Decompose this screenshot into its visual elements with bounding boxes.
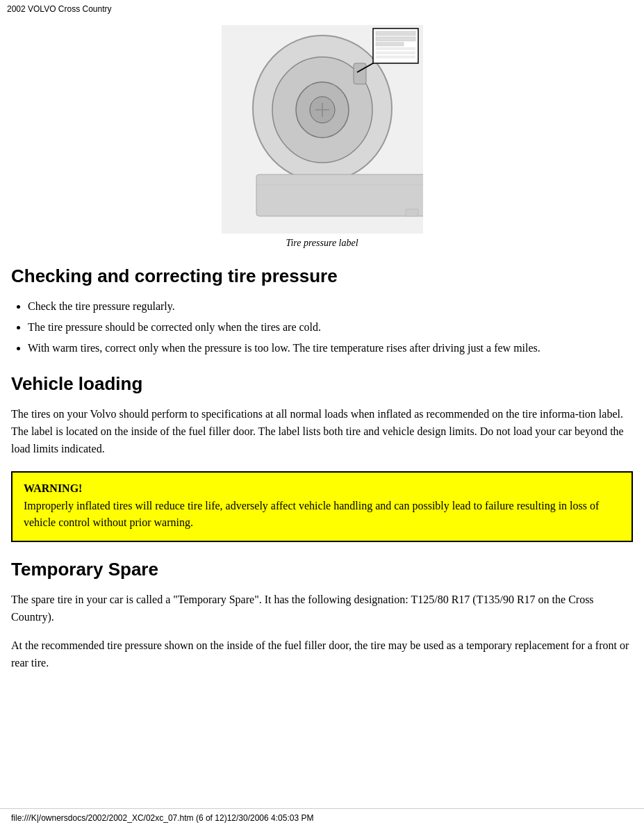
bullet-1: Check the tire pressure regularly. <box>28 298 633 315</box>
section3-body2: At the recommended tire pressure shown o… <box>11 637 633 672</box>
section1-bullets: Check the tire pressure regularly. The t… <box>28 298 633 357</box>
svg-rect-28 <box>406 209 418 216</box>
section3-body1: The spare tire in your car is called a "… <box>11 591 633 626</box>
footer-bar: file:///K|/ownersdocs/2002/2002_XC/02xc_… <box>0 808 644 827</box>
bullet-3: With warm tires, correct only when the p… <box>28 340 633 357</box>
section2-heading: Vehicle loading <box>11 373 633 395</box>
image-caption: Tire pressure label <box>11 238 633 249</box>
svg-rect-18 <box>256 174 423 216</box>
svg-rect-7 <box>354 63 366 84</box>
section2-body: The tires on your Volvo should perform t… <box>11 406 633 457</box>
tire-pressure-label-image: VOLVO <box>222 25 423 234</box>
section3-heading: Temporary Spare <box>11 559 633 580</box>
svg-rect-12 <box>376 31 415 35</box>
warning-box: WARNING! Improperly inflated tires will … <box>11 471 633 542</box>
svg-rect-15 <box>376 47 415 50</box>
main-content: VOLVO Tire pressure label Checking and c… <box>0 25 644 725</box>
svg-rect-13 <box>376 37 415 41</box>
svg-rect-17 <box>376 56 415 58</box>
svg-rect-16 <box>376 51 415 54</box>
warning-title: WARNING! <box>24 482 620 495</box>
svg-rect-14 <box>376 42 404 46</box>
section1-heading: Checking and correcting tire pressure <box>11 265 633 287</box>
warning-text: Improperly inflated tires will reduce ti… <box>24 498 620 531</box>
bullet-2: The tire pressure should be corrected on… <box>28 319 633 336</box>
image-container: VOLVO <box>11 25 633 234</box>
footer-text: file:///K|/ownersdocs/2002/2002_XC/02xc_… <box>11 813 313 823</box>
page-title: 2002 VOLVO Cross Country <box>0 0 644 18</box>
